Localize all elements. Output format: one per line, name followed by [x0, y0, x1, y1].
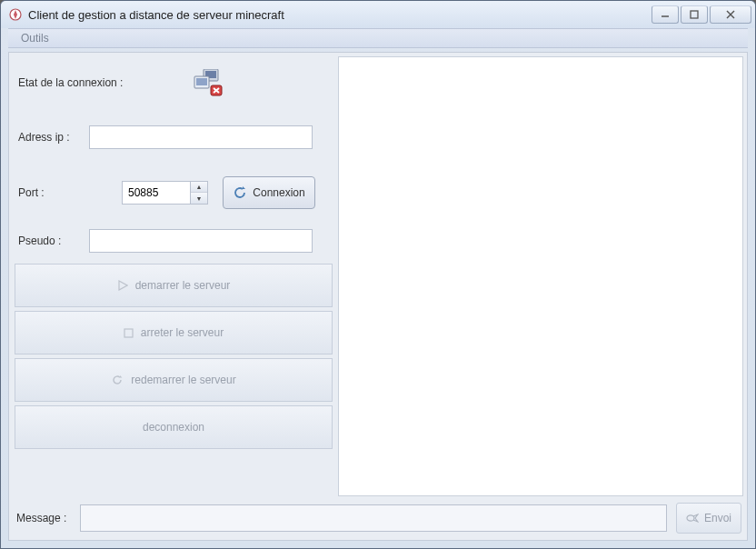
- titlebar[interactable]: Client de gestion a distance de serveur …: [1, 1, 755, 28]
- label-connection-state: Etat de la connexion :: [18, 76, 127, 89]
- left-panel: Etat de la connexion :: [9, 53, 338, 500]
- port-spinner: ▲ ▼: [191, 181, 208, 205]
- main-row: Etat de la connexion :: [9, 53, 747, 500]
- minimize-button[interactable]: [652, 5, 679, 24]
- close-button[interactable]: [710, 5, 751, 24]
- app-icon: [8, 7, 23, 22]
- svg-point-13: [687, 515, 694, 521]
- disconnect-button[interactable]: deconnexion: [15, 405, 333, 449]
- restart-server-label: redemarrer le serveur: [131, 374, 235, 386]
- svg-rect-8: [196, 78, 207, 85]
- label-port: Port :: [18, 186, 78, 199]
- message-input[interactable]: [80, 504, 667, 532]
- row-pseudo: Pseudo :: [18, 229, 329, 253]
- connect-button-label: Connexion: [253, 186, 304, 199]
- send-icon: [686, 513, 699, 524]
- stop-server-label: arreter le serveur: [141, 326, 224, 339]
- window-controls: [652, 5, 751, 24]
- ip-input[interactable]: [89, 125, 313, 149]
- window-title: Client de gestion a distance de serveur …: [28, 8, 652, 22]
- port-step-up[interactable]: ▲: [191, 182, 207, 193]
- connect-button[interactable]: Connexion: [223, 176, 315, 209]
- menubar: Outils: [8, 28, 748, 48]
- play-icon: [117, 280, 128, 291]
- restart-server-button[interactable]: redemarrer le serveur: [15, 358, 333, 402]
- send-button-label: Envoi: [704, 512, 731, 524]
- row-port: Port : ▲ ▼ Connexion: [18, 176, 329, 209]
- client-area: Etat de la connexion :: [8, 52, 748, 541]
- label-pseudo: Pseudo :: [18, 235, 78, 247]
- port-input[interactable]: [122, 181, 191, 205]
- stop-server-button[interactable]: arreter le serveur: [15, 311, 333, 354]
- connection-status-icon: [193, 69, 224, 96]
- port-step-down[interactable]: ▼: [191, 193, 207, 204]
- server-action-buttons: demarrer le serveur arreter le serveur r…: [9, 264, 338, 454]
- row-ip: Adress ip :: [18, 125, 329, 149]
- pseudo-input[interactable]: [89, 229, 313, 253]
- log-output-panel[interactable]: [338, 56, 743, 496]
- refresh-icon: [233, 185, 247, 200]
- message-row: Message : Envoi: [9, 500, 747, 540]
- svg-rect-12: [124, 329, 133, 337]
- svg-rect-2: [691, 11, 698, 18]
- label-ip: Adress ip :: [18, 131, 78, 144]
- restart-icon: [111, 374, 124, 386]
- start-server-button[interactable]: demarrer le serveur: [15, 264, 333, 307]
- disconnect-label: deconnexion: [143, 421, 204, 434]
- stop-icon: [124, 328, 134, 338]
- row-connection-state: Etat de la connexion :: [18, 64, 329, 102]
- send-button[interactable]: Envoi: [676, 503, 741, 534]
- menu-outils[interactable]: Outils: [14, 30, 56, 46]
- connection-form: Etat de la connexion :: [9, 53, 338, 264]
- maximize-button[interactable]: [681, 5, 708, 24]
- app-window: Client de gestion a distance de serveur …: [0, 0, 756, 549]
- start-server-label: demarrer le serveur: [135, 279, 231, 292]
- label-message: Message :: [16, 512, 71, 524]
